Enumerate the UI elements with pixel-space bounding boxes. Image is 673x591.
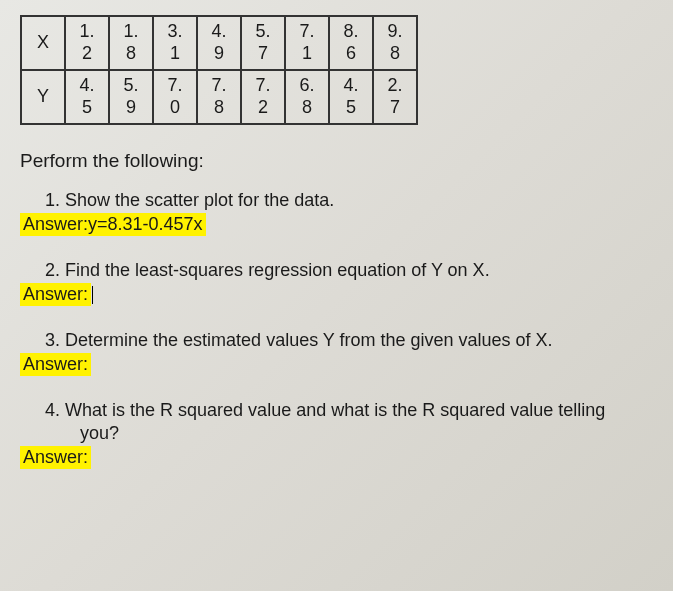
cell: 4.9 xyxy=(197,16,241,70)
question-content: Determine the estimated values Y from th… xyxy=(65,330,553,350)
text-cursor xyxy=(92,286,93,304)
question-4: 4. What is the R squared value and what … xyxy=(20,400,653,469)
cell: 7.2 xyxy=(241,70,285,124)
question-number: 3. xyxy=(45,330,60,350)
cell: 5.7 xyxy=(241,16,285,70)
answer-label: Answer: xyxy=(20,446,91,469)
cell: 4.5 xyxy=(329,70,373,124)
answer-label: Answer: xyxy=(20,283,91,306)
question-content: Show the scatter plot for the data. xyxy=(65,190,334,210)
question-2: 2. Find the least-squares regression equ… xyxy=(20,260,653,306)
cell: 2.7 xyxy=(373,70,417,124)
question-number: 1. xyxy=(45,190,60,210)
table-row-y: Y 4.5 5.9 7.0 7.8 7.2 6.8 4.5 2.7 xyxy=(21,70,417,124)
cell: 7.0 xyxy=(153,70,197,124)
question-3: 3. Determine the estimated values Y from… xyxy=(20,330,653,376)
answer-label: Answer:y=8.31-0.457x xyxy=(20,213,206,236)
cell: 9.8 xyxy=(373,16,417,70)
cell: 8.6 xyxy=(329,16,373,70)
cell: 1.2 xyxy=(65,16,109,70)
row-label-x: X xyxy=(21,16,65,70)
cell: 3.1 xyxy=(153,16,197,70)
question-1: 1. Show the scatter plot for the data. A… xyxy=(20,190,653,236)
cell: 7.8 xyxy=(197,70,241,124)
cell: 1.8 xyxy=(109,16,153,70)
cell: 5.9 xyxy=(109,70,153,124)
data-table: X 1.2 1.8 3.1 4.9 5.7 7.1 8.6 9.8 Y 4.5 … xyxy=(20,15,418,125)
question-number: 2. xyxy=(45,260,60,280)
instruction-text: Perform the following: xyxy=(20,150,653,172)
answer-label: Answer: xyxy=(20,353,91,376)
question-content-2: you? xyxy=(80,423,119,443)
question-number: 4. xyxy=(45,400,60,420)
question-content: What is the R squared value and what is … xyxy=(65,400,605,420)
cell: 4.5 xyxy=(65,70,109,124)
table-row-x: X 1.2 1.8 3.1 4.9 5.7 7.1 8.6 9.8 xyxy=(21,16,417,70)
answer-value: y=8.31-0.457x xyxy=(88,214,203,234)
cell: 7.1 xyxy=(285,16,329,70)
row-label-y: Y xyxy=(21,70,65,124)
question-content: Find the least-squares regression equati… xyxy=(65,260,490,280)
cell: 6.8 xyxy=(285,70,329,124)
